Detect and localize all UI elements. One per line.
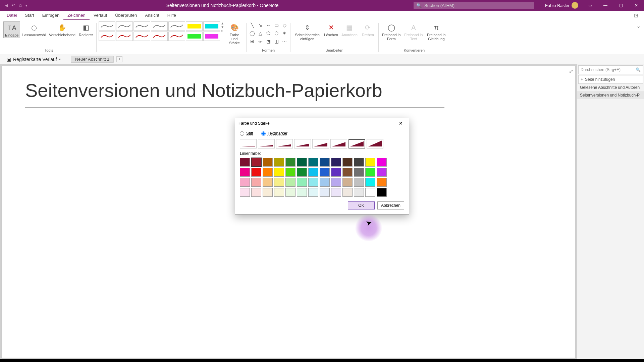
- collapse-ribbon-chevron-icon[interactable]: ⌄: [634, 21, 643, 54]
- color-swatch[interactable]: [342, 178, 353, 187]
- shape-swatch[interactable]: ✶: [281, 29, 288, 37]
- thickness-swatch[interactable]: [240, 139, 257, 148]
- search-box[interactable]: 🔍 Suchen (Alt+M): [414, 2, 534, 9]
- color-swatch[interactable]: [377, 178, 387, 187]
- pen-swatch[interactable]: [186, 32, 203, 41]
- color-swatch[interactable]: [285, 168, 296, 177]
- color-swatch[interactable]: [285, 188, 296, 197]
- eraser-button[interactable]: ◧Radierer: [77, 21, 94, 38]
- color-swatch[interactable]: [263, 158, 273, 167]
- pan-button[interactable]: ✋Verschiebehand: [48, 21, 77, 38]
- pen-swatch[interactable]: [203, 21, 220, 31]
- pen-swatch[interactable]: [116, 21, 133, 31]
- lasso-button[interactable]: ◌Lassoauswahl: [21, 21, 47, 38]
- color-swatch[interactable]: [365, 188, 375, 197]
- color-swatch[interactable]: [285, 158, 296, 167]
- shape-swatch[interactable]: ╲: [249, 21, 256, 29]
- tab-verlauf[interactable]: Verlauf: [90, 11, 111, 20]
- add-section-button[interactable]: +: [116, 56, 122, 62]
- color-swatch[interactable]: [354, 158, 364, 167]
- color-thickness-button[interactable]: 🎨Farbe und Stärke: [225, 21, 244, 46]
- color-swatch[interactable]: [240, 168, 250, 177]
- color-swatch[interactable]: [274, 158, 284, 167]
- color-swatch[interactable]: [354, 168, 364, 177]
- thickness-swatch[interactable]: [276, 139, 293, 148]
- pen-swatch[interactable]: [168, 21, 185, 31]
- color-swatch[interactable]: [342, 168, 353, 177]
- ink-to-math-button[interactable]: πFreihand in Gleichung: [425, 21, 448, 42]
- color-swatch[interactable]: [331, 158, 341, 167]
- shape-swatch[interactable]: △: [257, 29, 264, 37]
- color-swatch[interactable]: [342, 188, 353, 197]
- color-swatch[interactable]: [354, 178, 364, 187]
- color-swatch[interactable]: [297, 168, 307, 177]
- tab-einfuegen[interactable]: Einfügen: [38, 11, 63, 20]
- color-swatch[interactable]: [274, 178, 284, 187]
- notebook-picker[interactable]: ▣ Registerkarte Verlauf ▾: [3, 57, 64, 62]
- dialog-close-button[interactable]: ✕: [396, 119, 406, 128]
- page-search[interactable]: Durchsuchen (Strg+E) 🔍: [578, 65, 643, 74]
- color-swatch[interactable]: [377, 168, 387, 177]
- pen-swatch[interactable]: [116, 32, 133, 41]
- color-swatch[interactable]: [320, 158, 330, 167]
- color-swatch[interactable]: [377, 158, 387, 167]
- gallery-up-icon[interactable]: ▲: [221, 21, 224, 25]
- color-swatch[interactable]: [377, 188, 387, 197]
- page-entry[interactable]: Seitenversionen und Notizbuch-P: [577, 92, 644, 99]
- shape-gallery[interactable]: ╲↘↔▭◇◯△⬠⬡✶⊞⬰⬔◫⋯: [249, 21, 288, 45]
- radio-stift[interactable]: Stift: [240, 131, 253, 136]
- color-swatch[interactable]: [365, 178, 375, 187]
- gallery-more-icon[interactable]: ≡: [221, 29, 224, 33]
- color-swatch[interactable]: [251, 168, 261, 177]
- color-swatch[interactable]: [308, 158, 318, 167]
- back-icon[interactable]: ◄: [4, 3, 9, 8]
- color-swatch[interactable]: [331, 168, 341, 177]
- section-tab[interactable]: Neuer Abschnitt 1: [71, 56, 114, 63]
- pen-swatch[interactable]: [99, 21, 115, 31]
- pen-swatch[interactable]: [99, 32, 115, 41]
- pen-swatch[interactable]: [133, 32, 150, 41]
- shape-swatch[interactable]: ↔: [265, 21, 272, 29]
- minimize-icon[interactable]: —: [598, 0, 613, 11]
- qat-more-icon[interactable]: ▾: [25, 4, 27, 7]
- thickness-swatch[interactable]: [348, 139, 365, 148]
- shape-swatch[interactable]: ◇: [281, 21, 288, 29]
- insert-space-button[interactable]: ⇕Schreibbereich einfügen: [292, 21, 322, 42]
- color-swatch[interactable]: [308, 178, 318, 187]
- color-swatch[interactable]: [365, 158, 375, 167]
- color-swatch[interactable]: [240, 158, 250, 167]
- color-swatch[interactable]: [263, 178, 273, 187]
- color-swatch[interactable]: [274, 168, 284, 177]
- shape-swatch[interactable]: ◫: [273, 38, 280, 45]
- tab-ansicht[interactable]: Ansicht: [141, 11, 163, 20]
- color-swatch[interactable]: [285, 178, 296, 187]
- emoji-icon[interactable]: ☺: [18, 3, 23, 8]
- gallery-down-icon[interactable]: ▼: [221, 25, 224, 29]
- color-swatch[interactable]: [331, 188, 341, 197]
- shape-swatch[interactable]: ⬠: [265, 29, 272, 37]
- color-swatch[interactable]: [331, 178, 341, 187]
- page-entry[interactable]: Gelesene Abschnitte und Autoren: [577, 84, 644, 92]
- color-swatch[interactable]: [251, 158, 261, 167]
- pen-swatch[interactable]: [151, 32, 168, 41]
- shape-swatch[interactable]: ⊞: [249, 38, 256, 45]
- pen-swatch[interactable]: [186, 21, 203, 31]
- thickness-swatch[interactable]: [258, 139, 275, 148]
- collapse-ribbon-icon[interactable]: ◳: [631, 13, 641, 18]
- delete-button[interactable]: ✕Löschen: [323, 21, 339, 38]
- color-swatch[interactable]: [297, 178, 307, 187]
- shape-swatch[interactable]: ↘: [257, 21, 264, 29]
- undo-icon[interactable]: ↶: [11, 3, 15, 8]
- tab-zeichnen[interactable]: Zeichnen: [63, 11, 89, 20]
- pen-swatch[interactable]: [203, 32, 220, 41]
- shape-swatch[interactable]: ⬡: [273, 29, 280, 37]
- expand-icon[interactable]: ⤢: [569, 68, 573, 74]
- pen-gallery[interactable]: [99, 21, 220, 41]
- color-swatch[interactable]: [342, 158, 353, 167]
- ink-to-shape-button[interactable]: ◯Freihand in Form: [381, 21, 402, 42]
- color-swatch[interactable]: [263, 168, 273, 177]
- shape-swatch[interactable]: ▭: [273, 21, 280, 29]
- ribbon-display-icon[interactable]: ▭: [582, 0, 598, 11]
- color-swatch[interactable]: [240, 178, 250, 187]
- tab-start[interactable]: Start: [21, 11, 38, 20]
